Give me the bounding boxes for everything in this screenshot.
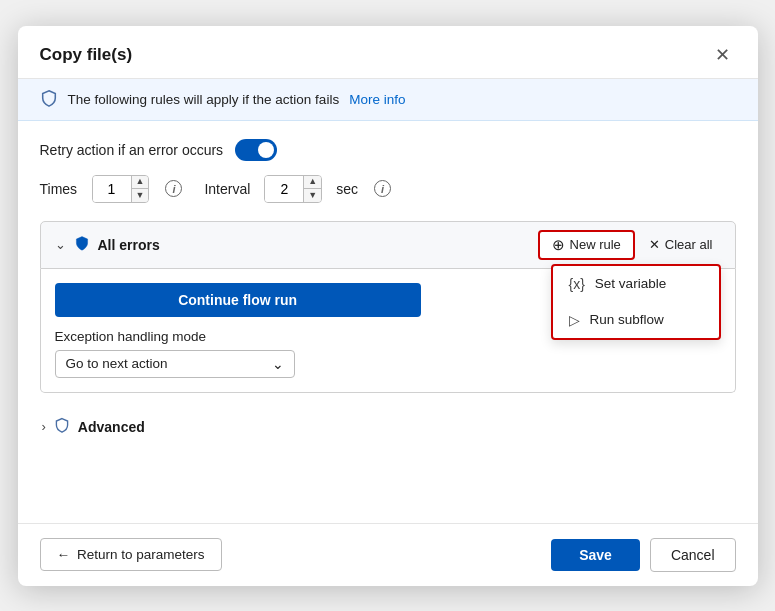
cancel-button[interactable]: Cancel <box>650 538 736 572</box>
info-banner-text: The following rules will apply if the ac… <box>68 92 340 107</box>
continue-flow-run-button[interactable]: Continue flow run <box>55 283 421 317</box>
set-variable-label: Set variable <box>595 276 666 291</box>
dialog-body: Retry action if an error occurs Times ▲ … <box>18 121 758 523</box>
times-info-icon: i <box>165 180 182 197</box>
run-subflow-label: Run subflow <box>590 312 664 327</box>
x-icon: ✕ <box>649 237 660 252</box>
set-variable-icon: {x} <box>569 276 585 292</box>
clear-all-button[interactable]: ✕ Clear all <box>641 233 721 256</box>
times-up-arrow[interactable]: ▲ <box>132 176 149 190</box>
section-chevron-down[interactable]: ⌄ <box>55 237 66 252</box>
interval-down-arrow[interactable]: ▼ <box>304 189 321 202</box>
save-button[interactable]: Save <box>551 539 640 571</box>
dialog: Copy file(s) ✕ The following rules will … <box>18 26 758 586</box>
times-down-arrow[interactable]: ▼ <box>132 189 149 202</box>
run-subflow-item[interactable]: ▷ Run subflow <box>553 302 719 338</box>
interval-label: Interval <box>204 181 250 197</box>
dialog-title: Copy file(s) <box>40 45 133 65</box>
chevron-down-icon: ⌄ <box>272 356 284 372</box>
exception-dropdown-value: Go to next action <box>66 356 168 371</box>
more-info-link[interactable]: More info <box>349 92 405 107</box>
retry-toggle[interactable] <box>235 139 277 161</box>
close-button[interactable]: ✕ <box>709 44 736 66</box>
times-row: Times ▲ ▼ i Interval ▲ ▼ sec i <box>40 175 736 203</box>
retry-label: Retry action if an error occurs <box>40 142 224 158</box>
advanced-label: Advanced <box>78 419 145 435</box>
dialog-footer: ← Return to parameters Save Cancel <box>18 523 758 586</box>
left-arrow-icon: ← <box>57 547 71 562</box>
section-bar: ⌄ All errors ⊕ New rule ✕ Clear all <box>40 221 736 269</box>
new-rule-dropdown: {x} Set variable ▷ Run subflow <box>551 264 721 340</box>
interval-up-arrow[interactable]: ▲ <box>304 176 321 190</box>
plus-icon: ⊕ <box>552 236 565 254</box>
return-label: Return to parameters <box>77 547 205 562</box>
exception-dropdown[interactable]: Go to next action ⌄ <box>55 350 295 378</box>
times-input[interactable] <box>93 176 131 202</box>
interval-input[interactable] <box>265 176 303 202</box>
set-variable-item[interactable]: {x} Set variable <box>553 266 719 302</box>
times-label: Times <box>40 181 78 197</box>
info-banner: The following rules will apply if the ac… <box>18 79 758 121</box>
section-actions: ⊕ New rule ✕ Clear all {x} Set variable … <box>538 230 721 260</box>
dialog-header: Copy file(s) ✕ <box>18 26 758 79</box>
section-title: All errors <box>98 237 160 253</box>
sec-label: sec <box>336 181 358 197</box>
advanced-chevron-right: › <box>42 419 46 434</box>
interval-info-icon: i <box>374 180 391 197</box>
return-to-parameters-button[interactable]: ← Return to parameters <box>40 538 222 571</box>
advanced-shield-icon <box>54 417 70 437</box>
advanced-row[interactable]: › Advanced <box>40 407 736 443</box>
times-spinner[interactable]: ▲ ▼ <box>92 175 150 203</box>
interval-spinner[interactable]: ▲ ▼ <box>264 175 322 203</box>
run-subflow-icon: ▷ <box>569 312 580 328</box>
shield-sm-icon <box>74 235 90 255</box>
new-rule-button[interactable]: ⊕ New rule <box>538 230 635 260</box>
new-rule-label: New rule <box>570 237 621 252</box>
clear-all-label: Clear all <box>665 237 713 252</box>
retry-row: Retry action if an error occurs <box>40 139 736 161</box>
shield-icon <box>40 89 58 110</box>
